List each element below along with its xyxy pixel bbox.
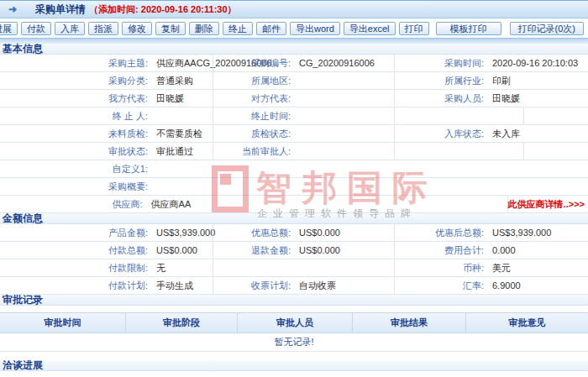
field-label: 优惠总额: [213, 224, 295, 241]
empty-cell [394, 107, 523, 124]
toolbar-button-14[interactable]: 模板打印 [436, 22, 501, 35]
field-value [152, 178, 588, 195]
field-label: 终止时间: [213, 107, 295, 124]
field-value [295, 143, 394, 160]
field-value: CG_20200916006 [295, 55, 394, 71]
form-row: 自定义1: [0, 160, 588, 178]
form-row: 我方代表:田晓媛对方代表:采购人员:田晓媛 [0, 90, 588, 107]
arrow-icon: ➜ [8, 3, 17, 15]
field-label: 费用合计: [394, 242, 488, 259]
approval-table: 审批时间审批阶段审批人员审批结果审批意见 暂无记录! [0, 312, 588, 352]
field-value: 美元 [488, 259, 588, 276]
field-label: 币种: [394, 259, 488, 276]
toolbar-button-8[interactable]: 删除 [189, 22, 219, 35]
approval-col-header: 审批结果 [353, 313, 466, 332]
toolbar-button-12[interactable]: 导出excel [344, 22, 396, 35]
form-row: 来料质检:不需要质检质检状态:入库状态:未入库 [0, 125, 588, 143]
field-value: 印刷 [488, 72, 588, 89]
field-value: 自动收票 [295, 277, 394, 294]
field-label: 质检状态: [213, 125, 295, 142]
field-value: 手动生成 [152, 277, 213, 294]
form-row: 终 止 人:终止时间: [0, 107, 588, 125]
field-value: 田晓媛 [488, 90, 588, 107]
field-label: 付款计划: [0, 277, 152, 294]
field-value: 审批通过 [152, 143, 213, 160]
field-label: 所属地区: [213, 72, 295, 89]
field-value: US$3,939.000 [488, 224, 588, 241]
basic-info-table: 采购主题:供应商AACG_20200916006采购编号:CG_20200916… [0, 55, 588, 213]
field-value: 未入库 [488, 125, 588, 142]
form-row: 付款总额:US$0.000退款金额:US$0.000费用合计:0.000 [0, 242, 588, 259]
field-value: 无 [152, 259, 213, 276]
form-row: 采购分类:普通采购所属地区:所属行业:印刷 [0, 72, 588, 90]
field-value: US$3,939.000 [152, 224, 213, 241]
field-label: 付款限制: [0, 259, 152, 276]
field-label: 入库状态: [394, 125, 488, 142]
field-label: 供应商: [0, 196, 147, 212]
spacer [0, 352, 588, 360]
field-value [295, 72, 394, 89]
field-label: 审批状态: [0, 143, 152, 160]
divider-band [0, 38, 588, 44]
approval-col-header: 审批时间 [0, 313, 126, 332]
supplier-detail-link[interactable]: 此供应商详情..>>> [507, 196, 588, 212]
field-label: 终 止 人: [0, 107, 152, 124]
field-label: 采购人员: [394, 90, 488, 107]
toolbar-button-5[interactable]: 指派 [88, 22, 118, 35]
purchase-order-detail-page: ➜ 采购单详情 （添加时间: 2020-09-16 20:11:30） 费用洽谈… [0, 0, 588, 377]
field-value [295, 90, 394, 107]
field-value: US$0.000 [295, 224, 394, 241]
field-label: 采购主题: [0, 55, 152, 71]
toolbar-button-10[interactable]: 邮件 [256, 22, 286, 35]
toolbar-button-15[interactable]: 打印记录(0次) [510, 22, 584, 35]
form-row: 采购概要: [0, 178, 588, 196]
field-label: 收票计划: [213, 277, 295, 294]
field-label: 来料质检: [0, 125, 152, 142]
toolbar-button-4[interactable]: 入库 [55, 22, 85, 35]
toolbar-button-11[interactable]: 导出word [290, 22, 340, 35]
field-value [295, 125, 394, 142]
field-label: 采购时间: [394, 55, 488, 71]
field-label: 优惠后总额: [394, 224, 488, 241]
field-label: 付款总额: [0, 242, 152, 259]
field-value: US$0.000 [295, 242, 394, 259]
form-row: 审批状态:审批通过当前审批人: [0, 143, 588, 160]
amount-info-table: 产品金额:US$3,939.000优惠总额:US$0.000优惠后总额:US$3… [0, 224, 588, 295]
field-label: 当前审批人: [213, 143, 295, 160]
section-amount-info: 金额信息 [0, 213, 588, 224]
field-label: 采购编号: [213, 55, 295, 71]
form-row: 付款限制:无币种:美元 [0, 259, 588, 277]
field-value: 不需要质检 [152, 125, 213, 142]
field-value: 田晓媛 [152, 90, 213, 107]
field-value: US$0.000 [152, 242, 213, 259]
field-label: 退款金额: [213, 242, 295, 259]
toolbar: 费用洽谈进展付款入库指派修改复制删除终止邮件导出word导出excel打印模板打… [0, 18, 588, 38]
approval-empty-row: 暂无记录! [0, 333, 588, 352]
empty-cell [394, 143, 523, 160]
field-label: 汇率: [394, 277, 488, 294]
field-label: 采购概要: [0, 178, 152, 195]
approval-col-header: 审批意见 [466, 313, 588, 332]
field-label: 所属行业: [394, 72, 488, 89]
section-approval-record: 审批记录 [0, 295, 588, 306]
section-negotiation-progress: 洽谈进展 [0, 360, 588, 371]
field-label: 采购分类: [0, 72, 152, 89]
toolbar-button-2[interactable]: 洽谈进展 [0, 22, 18, 35]
approval-table-header: 审批时间审批阶段审批人员审批结果审批意见 [0, 313, 588, 333]
toolbar-button-3[interactable]: 付款 [21, 22, 51, 35]
toolbar-button-7[interactable]: 复制 [155, 22, 186, 35]
empty-cell [523, 107, 588, 124]
toolbar-button-13[interactable]: 打印 [399, 22, 429, 35]
toolbar-button-6[interactable]: 修改 [122, 22, 152, 35]
field-label: 自定义1: [0, 160, 152, 177]
field-value [152, 160, 588, 177]
toolbar-button-9[interactable]: 终止 [223, 22, 253, 35]
added-time: （添加时间: 2020-09-16 20:11:30） [89, 3, 236, 16]
field-value: 6.9000 [488, 277, 588, 294]
field-label: 对方代表: [213, 90, 295, 107]
field-value [152, 107, 213, 124]
field-value [295, 259, 394, 276]
form-row: 供应商:供应商AA此供应商详情..>>> [0, 196, 588, 213]
form-row: 采购主题:供应商AACG_20200916006采购编号:CG_20200916… [0, 55, 588, 72]
field-label: 我方代表: [0, 90, 152, 107]
